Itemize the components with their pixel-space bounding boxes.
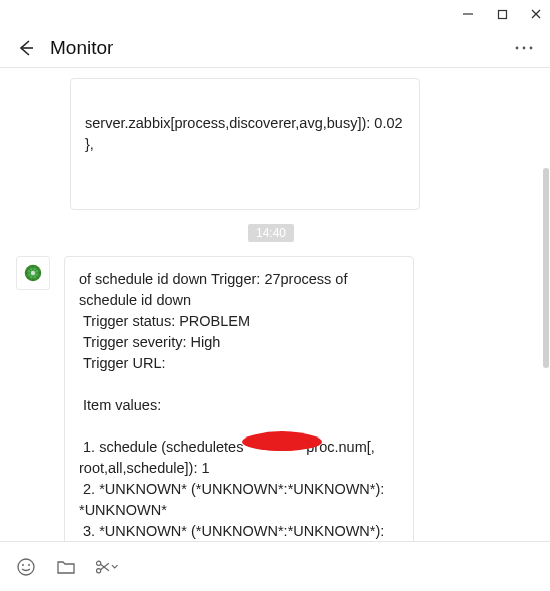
scrollbar-thumb[interactable]	[543, 168, 549, 368]
svg-rect-1	[498, 10, 506, 18]
svg-point-7	[530, 46, 533, 49]
scissors-button[interactable]	[94, 555, 118, 579]
timestamp-badge: 14:40	[248, 224, 294, 242]
message-bubble[interactable]: server.zabbix[process,discoverer,avg,bus…	[70, 78, 420, 210]
svg-line-21	[101, 564, 109, 571]
window-titlebar	[0, 0, 550, 28]
svg-point-19	[97, 568, 101, 572]
sender-avatar[interactable]	[16, 256, 50, 290]
minimize-button[interactable]	[460, 6, 476, 22]
maximize-button[interactable]	[494, 6, 510, 22]
emoji-button[interactable]	[14, 555, 38, 579]
svg-point-18	[28, 564, 30, 566]
chat-scroll-area[interactable]: server.zabbix[process,discoverer,avg,bus…	[0, 68, 550, 541]
svg-point-14	[31, 271, 35, 275]
redacted-segment: t xxxxxxx	[243, 437, 306, 458]
message-row: server.zabbix[process,discoverer,avg,bus…	[10, 78, 532, 210]
svg-point-5	[516, 46, 519, 49]
folder-button[interactable]	[54, 555, 78, 579]
message-text-pre: of schedule id down Trigger: 27process o…	[79, 271, 351, 455]
svg-line-22	[101, 563, 109, 570]
chat-header: Monitor	[0, 28, 550, 68]
message-bubble[interactable]: of schedule id down Trigger: 27process o…	[64, 256, 414, 541]
close-button[interactable]	[528, 6, 544, 22]
chat-title: Monitor	[50, 37, 500, 59]
svg-point-17	[22, 564, 24, 566]
input-toolbar	[0, 541, 550, 591]
scrollbar-track	[543, 68, 549, 541]
svg-point-6	[523, 46, 526, 49]
message-text: server.zabbix[process,discoverer,avg,bus…	[85, 113, 405, 155]
svg-point-20	[97, 561, 101, 565]
svg-point-16	[18, 559, 34, 575]
back-button[interactable]	[12, 34, 40, 62]
timestamp-row: 14:40	[10, 224, 532, 242]
message-row: of schedule id down Trigger: 27process o…	[10, 256, 532, 541]
more-menu-button[interactable]	[510, 34, 538, 62]
